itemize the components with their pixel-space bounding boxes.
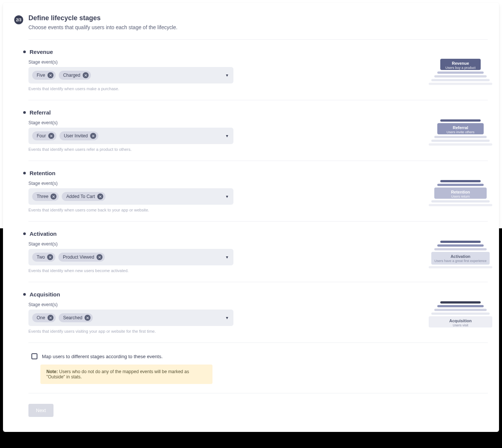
bullet-icon xyxy=(23,111,26,114)
pyramid-revenue: RevenueUsers buy a product xyxy=(429,59,492,91)
remove-chip-icon[interactable]: ✕ xyxy=(97,193,103,199)
section-referral: Referral Stage event(s) Four✕ User Invit… xyxy=(28,100,488,152)
chip[interactable]: Product Viewed✕ xyxy=(58,253,105,262)
bullet-icon xyxy=(23,232,26,235)
next-button[interactable]: Next xyxy=(28,404,53,417)
map-users-checkbox[interactable] xyxy=(31,353,37,359)
divider xyxy=(28,393,488,393)
section-title: Retention xyxy=(30,170,55,176)
stage-events-select[interactable]: Two✕ Product Viewed✕ ▾ xyxy=(28,249,233,265)
chip[interactable]: Three✕ xyxy=(32,192,59,201)
page-subtitle: Choose events that qualify users into ea… xyxy=(28,24,177,30)
chip-label: Two xyxy=(37,255,45,260)
field-label: Stage event(s) xyxy=(28,60,233,65)
section-revenue: Revenue Stage event(s) Five✕ Charged✕ ▾ … xyxy=(28,40,488,91)
stage-events-select[interactable]: One✕ Searched✕ ▾ xyxy=(28,310,233,326)
chip[interactable]: User Invited✕ xyxy=(59,131,98,140)
chevron-down-icon[interactable]: ▾ xyxy=(226,133,228,138)
pyramid-title: Acquisition xyxy=(429,319,492,323)
chip[interactable]: Added To Cart✕ xyxy=(62,192,105,201)
hint-text: Events that identify when users make a p… xyxy=(28,86,233,91)
hint-text: Events that identity when new users beco… xyxy=(28,268,233,273)
map-users-row: Map users to different stages according … xyxy=(28,353,488,359)
remove-chip-icon[interactable]: ✕ xyxy=(85,315,91,321)
bullet-icon xyxy=(23,172,26,174)
field-label: Stage event(s) xyxy=(28,302,233,307)
chip-label: Product Viewed xyxy=(63,255,94,260)
remove-chip-icon[interactable]: ✕ xyxy=(48,133,54,139)
chip-label: Charged xyxy=(63,73,80,78)
section-retention: Retention Stage event(s) Three✕ Added To… xyxy=(28,161,488,212)
hint-text: Events that identify when users refer a … xyxy=(28,147,233,152)
remove-chip-icon[interactable]: ✕ xyxy=(90,133,96,139)
chip[interactable]: Charged✕ xyxy=(59,71,91,80)
hint-text: Events that identify users visiting your… xyxy=(28,329,233,333)
divider xyxy=(28,342,488,343)
pyramid-title: Retention xyxy=(434,190,487,194)
chip-label: Five xyxy=(37,73,45,78)
chip-label: Added To Cart xyxy=(66,194,95,199)
lifecycle-card: 2/3 Define lifecycle stages Choose event… xyxy=(3,3,499,432)
stage-events-select[interactable]: Three✕ Added To Cart✕ ▾ xyxy=(28,188,233,205)
pyramid-acquisition: AcquisitionUsers visit xyxy=(429,301,492,333)
stage-events-select[interactable]: Four✕ User Invited✕ ▾ xyxy=(28,128,233,144)
chip[interactable]: Searched✕ xyxy=(59,313,93,322)
pyramid-title: Revenue xyxy=(440,61,481,65)
section-activation: Activation Stage event(s) Two✕ Product V… xyxy=(28,222,488,273)
stage-events-select[interactable]: Five✕ Charged✕ ▾ xyxy=(28,67,233,83)
chip[interactable]: One✕ xyxy=(32,313,56,322)
remove-chip-icon[interactable]: ✕ xyxy=(48,315,53,321)
pyramid-sub: Users return xyxy=(434,195,487,198)
chevron-down-icon[interactable]: ▾ xyxy=(226,73,228,78)
note-label: Note: xyxy=(46,369,58,374)
remove-chip-icon[interactable]: ✕ xyxy=(47,254,53,260)
pyramid-referral: ReferralUsers invite others xyxy=(429,119,492,152)
chevron-down-icon[interactable]: ▾ xyxy=(226,315,228,320)
section-acquisition: Acquisition Stage event(s) One✕ Searched… xyxy=(28,282,488,333)
section-title: Referral xyxy=(30,109,51,116)
chip-label: One xyxy=(37,315,45,320)
pyramid-title: Referral xyxy=(437,125,484,130)
hint-text: Events that identify when users come bac… xyxy=(28,208,233,212)
remove-chip-icon[interactable]: ✕ xyxy=(83,72,89,78)
section-title: Acquisition xyxy=(30,291,60,298)
section-title: Activation xyxy=(30,231,57,237)
chevron-down-icon[interactable]: ▾ xyxy=(226,255,228,260)
section-title: Revenue xyxy=(30,49,53,55)
field-label: Stage event(s) xyxy=(28,241,233,247)
bullet-icon xyxy=(23,51,26,53)
pyramid-retention: RetentionUsers return xyxy=(429,180,492,212)
pyramid-activation: ActivationUsers have a great first exper… xyxy=(429,241,492,273)
page-title: Define lifecycle stages xyxy=(28,14,177,22)
step-badge: 2/3 xyxy=(14,15,23,24)
remove-chip-icon[interactable]: ✕ xyxy=(50,193,56,199)
chip-label: Four xyxy=(37,133,46,138)
remove-chip-icon[interactable]: ✕ xyxy=(97,254,102,260)
chip[interactable]: Two✕ xyxy=(32,253,55,262)
chevron-down-icon[interactable]: ▾ xyxy=(226,194,228,199)
chip-label: Searched xyxy=(63,315,82,320)
chip-label: Three xyxy=(37,194,48,199)
pyramid-sub: Users have a great first experience xyxy=(431,259,490,263)
chip[interactable]: Five✕ xyxy=(32,71,56,80)
remove-chip-icon[interactable]: ✕ xyxy=(48,72,53,78)
map-users-label: Map users to different stages according … xyxy=(42,354,163,359)
chip-label: User Invited xyxy=(64,133,88,138)
note-box: Note: Users who do not do any of the map… xyxy=(40,365,212,384)
bullet-icon xyxy=(23,293,26,296)
pyramid-title: Activation xyxy=(431,254,490,259)
note-text: Users who do not do any of the mapped ev… xyxy=(46,369,189,380)
field-label: Stage event(s) xyxy=(28,181,233,186)
pyramid-sub: Users buy a product xyxy=(440,66,481,70)
chip[interactable]: Four✕ xyxy=(32,131,56,140)
pyramid-sub: Users visit xyxy=(429,323,492,327)
field-label: Stage event(s) xyxy=(28,120,233,125)
pyramid-sub: Users invite others xyxy=(437,130,484,134)
